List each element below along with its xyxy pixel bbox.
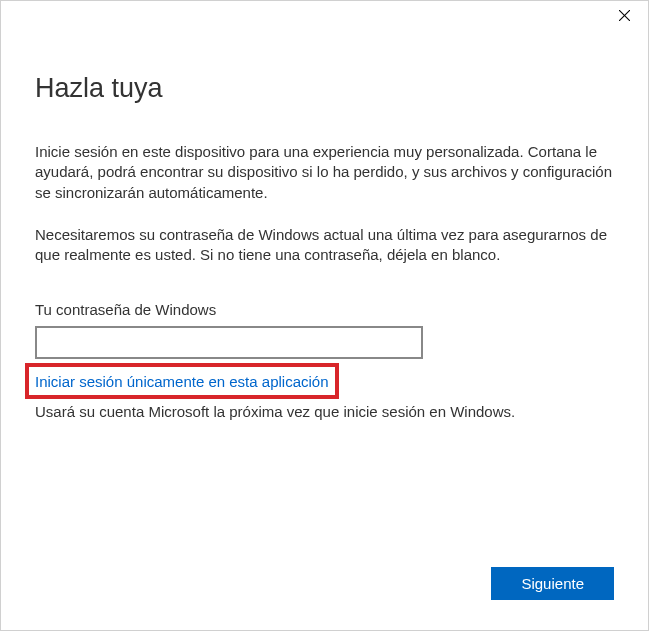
close-button[interactable] — [614, 5, 634, 25]
next-button[interactable]: Siguiente — [491, 567, 614, 600]
dialog-content: Hazla tuya Inicie sesión en este disposi… — [35, 73, 614, 420]
page-title: Hazla tuya — [35, 73, 614, 104]
password-input[interactable] — [35, 326, 423, 359]
intro-paragraph-2: Necesitaremos su contraseña de Windows a… — [35, 225, 614, 266]
signin-this-app-link[interactable]: Iniciar sesión únicamente en esta aplica… — [35, 373, 329, 390]
titlebar — [614, 1, 648, 29]
footer: Siguiente — [491, 567, 614, 600]
microsoft-account-note: Usará su cuenta Microsoft la próxima vez… — [35, 403, 614, 420]
password-label: Tu contraseña de Windows — [35, 301, 614, 318]
intro-paragraph-1: Inicie sesión en este dispositivo para u… — [35, 142, 614, 203]
close-icon — [619, 10, 630, 21]
signin-link-container: Iniciar sesión únicamente en esta aplica… — [35, 373, 329, 391]
